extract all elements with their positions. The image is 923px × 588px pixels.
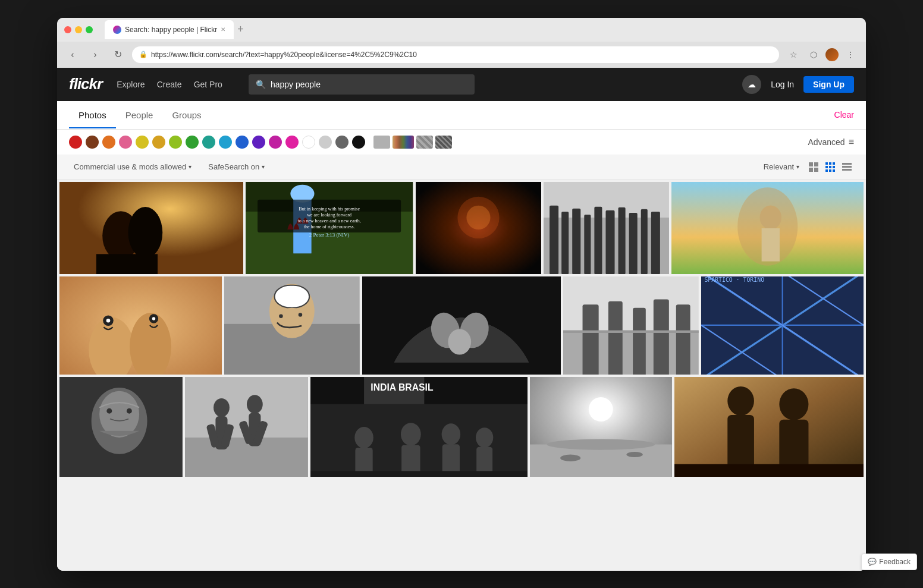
tab-photos[interactable]: Photos (69, 103, 116, 128)
svg-text:2 Peter 3:13 (NIV): 2 Peter 3:13 (NIV) (309, 232, 350, 238)
photo-cell-p12[interactable] (185, 377, 308, 477)
view-grid-small-button[interactable] (823, 160, 837, 174)
svg-rect-41 (605, 210, 614, 273)
forward-button[interactable]: › (87, 46, 103, 63)
svg-rect-4 (825, 162, 828, 165)
search-bar[interactable]: 🔍 (249, 74, 475, 95)
color-swatch-dark-gray[interactable] (335, 136, 349, 149)
sort-filter[interactable]: Relevant ▾ (764, 162, 799, 171)
search-tabs-bar: Photos People Groups Clear (57, 101, 866, 130)
active-tab[interactable]: Search: happy people | Flickr ✕ (105, 20, 234, 39)
flickr-logo[interactable]: flickr (69, 75, 102, 93)
upload-button[interactable]: ☁ (742, 75, 761, 94)
photo-cell-p1[interactable] (59, 182, 243, 274)
advanced-button[interactable]: Advanced ≡ (808, 137, 854, 147)
list-icon (842, 162, 852, 172)
photo-cell-p8[interactable] (362, 276, 561, 375)
photo-row-2: SPARTICO · TORINO (59, 276, 864, 375)
view-list-button[interactable] (840, 160, 854, 174)
tab-close-icon[interactable]: ✕ (221, 26, 225, 33)
photo-cell-p4[interactable] (544, 182, 669, 274)
color-swatch-yellow-light[interactable] (136, 136, 149, 149)
color-swatch-orange[interactable] (102, 136, 115, 149)
url-bar[interactable]: 🔒 https://www.flickr.com/search/?text=ha… (132, 46, 779, 63)
user-avatar[interactable] (825, 48, 839, 61)
color-swatch-yellow[interactable] (152, 136, 165, 149)
license-chevron-icon: ▾ (189, 163, 191, 170)
photo-cell-p6[interactable] (59, 276, 222, 375)
photo-row-3: INDIA BRASIL (59, 377, 864, 477)
svg-rect-9 (833, 166, 835, 168)
color-spectrum-swatch[interactable] (393, 136, 414, 149)
reload-button[interactable]: ↻ (109, 46, 126, 63)
sub-filter-bar: Commercial use & mods allowed ▾ SafeSear… (57, 155, 866, 180)
bookmark-button[interactable]: ☆ (785, 46, 802, 63)
svg-point-64 (299, 313, 303, 317)
photo-cell-p13[interactable]: INDIA BRASIL (310, 377, 528, 477)
create-link[interactable]: Create (157, 80, 182, 89)
color-swatch-purple[interactable] (252, 136, 265, 149)
nav-right: ☁ Log In Sign Up (742, 75, 854, 94)
svg-point-63 (279, 314, 283, 318)
color-swatch-magenta[interactable] (269, 136, 282, 149)
color-swatch-red[interactable] (69, 136, 82, 149)
minimize-button[interactable] (75, 26, 82, 33)
photo-cell-p3[interactable] (416, 182, 541, 274)
texture-swatch[interactable] (435, 136, 452, 149)
svg-point-110 (441, 423, 460, 445)
address-actions: ☆ ⬡ ⋮ (785, 46, 859, 63)
back-button[interactable]: ‹ (64, 46, 81, 63)
photo-image-p8 (362, 276, 561, 375)
safesearch-filter[interactable]: SafeSearch on ▾ (203, 160, 269, 174)
menu-button[interactable]: ⋮ (842, 46, 859, 63)
safesearch-label: SafeSearch on (208, 162, 259, 171)
photo-cell-p14[interactable] (530, 377, 672, 477)
color-swatch-blue[interactable] (236, 136, 249, 149)
photo-cell-p11[interactable] (59, 377, 183, 477)
fullscreen-button[interactable] (86, 26, 93, 33)
feedback-label: Feedback (879, 558, 911, 566)
url-text: https://www.flickr.com/search/?text=happ… (151, 51, 417, 59)
color-swatch-pink[interactable] (119, 136, 132, 149)
svg-point-116 (589, 397, 613, 422)
getpro-link[interactable]: Get Pro (194, 80, 222, 89)
color-swatch-brown[interactable] (86, 136, 99, 149)
color-swatch-hot-pink[interactable] (285, 136, 299, 149)
signup-button[interactable]: Sign Up (803, 76, 854, 93)
color-swatch-cyan[interactable] (219, 136, 232, 149)
svg-text:to a new heaven and a new eart: to a new heaven and a new earth, (298, 218, 361, 223)
photo-cell-p10[interactable]: SPARTICO · TORINO (701, 276, 864, 375)
photo-cell-p2[interactable]: But in keeping with his promise we are l… (246, 182, 413, 274)
svg-rect-6 (833, 162, 835, 165)
color-swatch-yellow-green[interactable] (169, 136, 182, 149)
grayscale-swatch[interactable] (373, 136, 390, 149)
color-swatch-light-gray[interactable] (319, 136, 332, 149)
photo-cell-p5[interactable] (671, 182, 864, 274)
svg-text:the home of righteousness.: the home of righteousness. (304, 224, 355, 229)
color-swatch-black[interactable] (352, 136, 365, 149)
grid-pattern-swatch[interactable] (416, 136, 433, 149)
svg-rect-114 (310, 471, 528, 477)
color-swatch-white[interactable] (302, 136, 315, 149)
view-grid-large-button[interactable] (806, 160, 821, 174)
grid-large-icon (808, 162, 819, 172)
feedback-button[interactable]: 💬 Feedback (861, 554, 917, 570)
svg-rect-1 (814, 162, 818, 166)
login-button[interactable]: Log In (771, 80, 794, 89)
photo-image-p5 (671, 182, 864, 274)
license-filter[interactable]: Commercial use & mods allowed ▾ (69, 160, 196, 174)
close-button[interactable] (64, 26, 71, 33)
new-tab-button[interactable]: + (237, 23, 244, 36)
tab-groups[interactable]: Groups (162, 103, 211, 128)
extensions-button[interactable]: ⬡ (805, 46, 822, 63)
color-swatch-teal[interactable] (202, 136, 215, 149)
photo-cell-p15[interactable] (674, 377, 864, 477)
search-input[interactable] (271, 80, 467, 89)
photo-cell-p9[interactable] (563, 276, 699, 375)
clear-link[interactable]: Clear (834, 110, 854, 120)
color-swatch-green[interactable] (186, 136, 199, 149)
photo-cell-p7[interactable] (224, 276, 360, 375)
svg-point-68 (448, 329, 471, 354)
tab-people[interactable]: People (116, 103, 163, 128)
explore-link[interactable]: Explore (117, 80, 145, 89)
